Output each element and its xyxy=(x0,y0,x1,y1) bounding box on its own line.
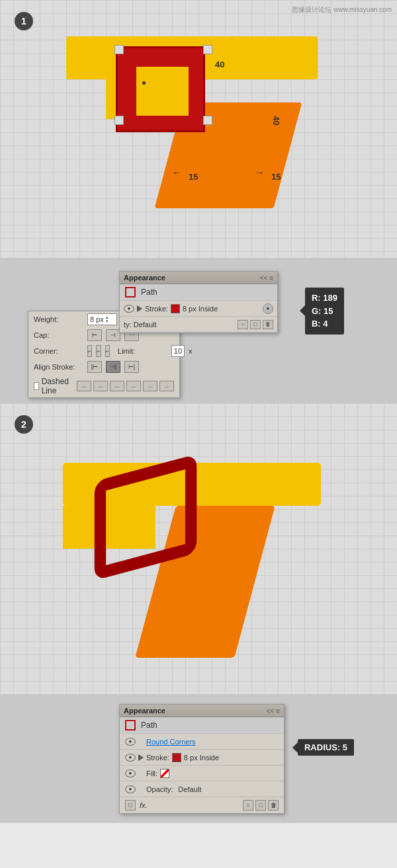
round-corners-row: ● Round Corners xyxy=(120,734,284,750)
dash-icon-5: — xyxy=(143,381,157,391)
opacity-label-2: Opacity: xyxy=(146,785,173,793)
path-label-1: Path xyxy=(141,288,157,297)
rgb-g: G: 15 xyxy=(312,305,337,318)
appearance-panel-1: Appearance << ≡ Path ● Stroke: 8 px Insi… xyxy=(119,271,278,333)
handle-top-right xyxy=(203,45,212,54)
measure-15-right: 15 xyxy=(271,172,281,182)
limit-label: Limit: xyxy=(118,347,167,355)
arrow-left: ← xyxy=(172,167,181,178)
footer-circle-icon[interactable]: ○ xyxy=(243,800,253,810)
stroke-options-btn[interactable]: ● xyxy=(263,303,273,314)
panel-path-header-1: Path xyxy=(120,284,277,301)
panel-icon-trash[interactable]: 🗑 xyxy=(263,320,273,329)
corner-btn-1[interactable]: ⌐ xyxy=(87,345,92,357)
path-label-2: Path xyxy=(141,721,157,730)
footer-page-icon[interactable]: □ xyxy=(125,800,136,810)
cap-btn-2[interactable]: ⊣ xyxy=(106,329,120,341)
panel-section-1: Weight: 8 px ▲▼ ▾ Cap: ⊢ ⊣ ⋯ Corner: ⌐ ⌐… xyxy=(0,258,397,403)
stroke-row-panel: ● Stroke: 8 px Inside ● xyxy=(120,301,277,317)
dashed-label: Dashed Line xyxy=(42,377,69,395)
stroke-label-2: Stroke: xyxy=(146,754,169,762)
stroke-swatch-2[interactable] xyxy=(172,753,181,762)
limit-x: x xyxy=(189,347,193,355)
step-2-circle: 2 xyxy=(15,415,33,434)
t-shape-diagram: 40 40 ← → 15 15 xyxy=(66,36,331,221)
eye-icon-fill[interactable]: ● xyxy=(125,769,136,777)
play-icon-stroke-2[interactable] xyxy=(138,754,144,761)
stroke-value: 8 px Inside xyxy=(183,305,218,313)
fill-swatch[interactable] xyxy=(160,769,169,778)
panel-title-2: Appearance xyxy=(124,707,165,715)
panel-icon-2[interactable]: □ xyxy=(250,320,261,329)
play-icon-stroke[interactable] xyxy=(137,305,142,312)
eye-icon-opacity[interactable]: ● xyxy=(125,785,136,793)
footer-square-icon[interactable]: □ xyxy=(255,800,266,810)
stroke-row-2: ● Stroke: 8 px Inside xyxy=(120,750,284,766)
align-label: Align Stroke: xyxy=(34,363,83,371)
step-1-circle: 1 xyxy=(15,12,33,30)
appearance-panel-2: Appearance << ≡ Path ● Round Corners ● S… xyxy=(119,704,285,814)
section1: 思缘设计论坛 www.missyuan.com 1 40 40 ← → 15 1… xyxy=(0,0,397,258)
align-btn-2[interactable]: ⊣| xyxy=(106,361,120,373)
measure-top: 40 xyxy=(215,59,224,69)
dashed-row: Dashed Line — — — — — — xyxy=(28,375,179,397)
center-dot xyxy=(142,81,146,85)
opacity-label: ty: Default xyxy=(124,321,157,329)
panel-footer-2: □ fx. ○ □ 🗑 xyxy=(120,797,284,813)
path-icon-2 xyxy=(125,720,136,730)
dash-icon-3: — xyxy=(110,381,124,391)
limit-input[interactable]: 10 xyxy=(171,345,185,357)
corner-btn-2[interactable]: ⌐ xyxy=(96,345,101,357)
footer-fx-label: fx. xyxy=(140,801,148,809)
round-corners-link[interactable]: Round Corners xyxy=(146,738,196,746)
dashed-checkbox[interactable] xyxy=(34,382,39,390)
opacity-row-2: ● Opacity: Default xyxy=(120,781,284,797)
footer-trash-icon[interactable]: 🗑 xyxy=(268,800,279,810)
corner-btn-3[interactable]: ⌐ xyxy=(105,345,110,357)
handle-top-left xyxy=(114,45,124,54)
opacity-value: Default xyxy=(178,785,201,793)
red-square-inner xyxy=(136,67,189,116)
panel-controls-2[interactable]: << ≡ xyxy=(267,707,280,715)
corner-row: Corner: ⌐ ⌐ ⌐ Limit: 10 x xyxy=(28,343,179,359)
dash-icon-6: — xyxy=(159,381,174,391)
dash-icon-1: — xyxy=(77,381,91,391)
stroke-color-swatch[interactable] xyxy=(171,304,180,313)
weight-label: Weight: xyxy=(34,315,83,323)
panel-titlebar-2: Appearance << ≡ xyxy=(120,705,284,717)
rgb-b: B: 4 xyxy=(312,317,337,331)
rgb-tooltip: R: 189 G: 15 B: 4 xyxy=(305,288,344,335)
corner-label: Corner: xyxy=(34,347,83,355)
rgb-r: R: 189 xyxy=(312,292,337,305)
dash-icon-4: — xyxy=(126,381,141,391)
align-btn-1[interactable]: |⊢ xyxy=(87,361,102,373)
measure-15-left: 15 xyxy=(189,172,198,182)
weight-input[interactable]: 8 px ▲▼ xyxy=(87,313,117,325)
panel-controls-1[interactable]: << ≡ xyxy=(260,274,273,282)
panel-section-2: Appearance << ≡ Path ● Round Corners ● S… xyxy=(0,694,397,823)
cap-btn-1[interactable]: ⊢ xyxy=(87,329,102,341)
panel-titlebar-1: Appearance << ≡ xyxy=(120,272,277,284)
panel-path-header-2: Path xyxy=(120,717,284,734)
eye-icon-round[interactable]: ● xyxy=(125,738,136,746)
cap-label: Cap: xyxy=(34,331,83,339)
radius-tooltip: RADIUS: 5 xyxy=(298,739,354,756)
handle-bottom-right xyxy=(203,116,212,125)
align-btn-3[interactable]: ⊢| xyxy=(124,361,139,373)
stroke-label-panel: Stroke: xyxy=(145,305,168,313)
fill-label: Fill: xyxy=(146,769,157,777)
path-icon-1 xyxy=(125,287,136,297)
dash-icon-2: — xyxy=(93,381,108,391)
align-row: Align Stroke: |⊢ ⊣| ⊢| xyxy=(28,359,179,375)
eye-icon-stroke-2[interactable]: ● xyxy=(125,754,136,762)
panel-icon-1[interactable]: ○ xyxy=(238,320,248,329)
arrow-right: → xyxy=(255,167,264,178)
opacity-row-panel: ty: Default ○ □ 🗑 xyxy=(120,317,277,333)
stroke-value-2: 8 px Inside xyxy=(184,754,219,762)
handle-bottom-left xyxy=(114,116,124,125)
panel-title-1: Appearance xyxy=(124,274,165,282)
eye-icon-stroke[interactable]: ● xyxy=(124,305,134,313)
red-square-outer xyxy=(116,46,205,132)
radius-label: RADIUS: 5 xyxy=(304,742,347,752)
fill-row: ● Fill: xyxy=(120,766,284,781)
